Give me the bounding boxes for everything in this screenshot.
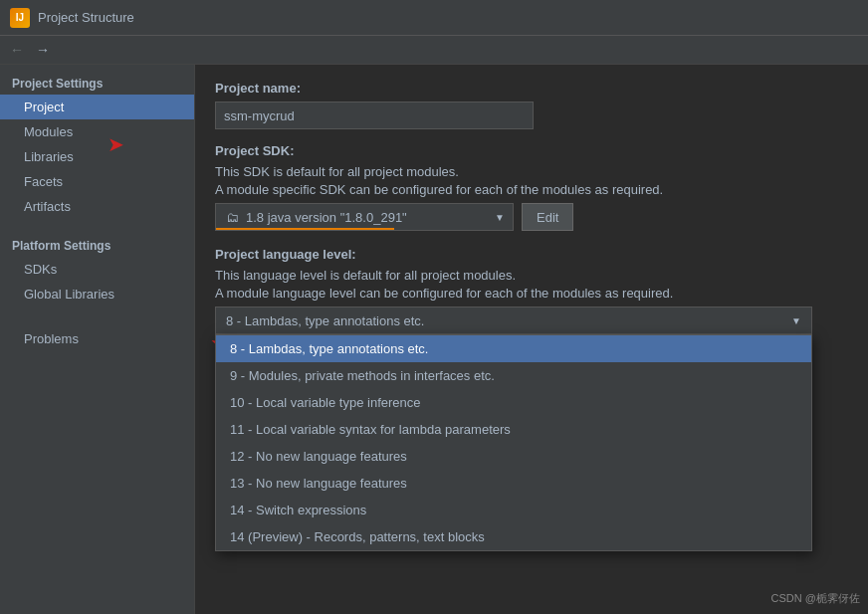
nav-arrows: ← → (0, 36, 868, 65)
lang-dropdown[interactable]: 8 - Lambdas, type annotations etc. ▼ (215, 307, 812, 334)
sidebar-item-artifacts[interactable]: Artifacts (0, 194, 194, 219)
lang-selected-value: 8 - Lambdas, type annotations etc. (226, 313, 424, 328)
sdk-desc-2: A module specific SDK can be configured … (215, 182, 848, 197)
sdk-desc-1: This SDK is default for all project modu… (215, 164, 848, 179)
sdk-value: 1.8 java version "1.8.0_291" (246, 210, 407, 225)
project-lang-label: Project language level: (215, 247, 848, 262)
lang-option-13[interactable]: 13 - No new language features (216, 470, 811, 497)
watermark: CSDN @栀霁伢佐 (771, 591, 860, 606)
sidebar: Project Settings Project Modules Librari… (0, 65, 195, 614)
sdk-row: 🗂 1.8 java version "1.8.0_291" ▼ Edit (215, 203, 848, 231)
lang-option-10[interactable]: 10 - Local variable type inference (216, 389, 811, 416)
sidebar-item-project[interactable]: Project (0, 95, 194, 119)
sidebar-item-modules[interactable]: Modules (0, 119, 194, 144)
window-title: Project Structure (38, 10, 134, 25)
project-name-label: Project name: (215, 81, 848, 96)
sdk-edit-button[interactable]: Edit (522, 203, 573, 231)
lang-option-14[interactable]: 14 - Switch expressions (216, 497, 811, 523)
sidebar-item-problems[interactable]: Problems (0, 326, 194, 351)
sidebar-item-sdks[interactable]: SDKs (0, 257, 194, 282)
lang-desc-2: A module language level can be configure… (215, 286, 848, 301)
lang-dropdown-container: 8 - Lambdas, type annotations etc. ▼ 8 -… (215, 307, 848, 334)
forward-arrow[interactable]: → (32, 40, 54, 60)
lang-option-8[interactable]: 8 - Lambdas, type annotations etc. (216, 335, 811, 362)
sidebar-item-global-libraries[interactable]: Global Libraries (0, 282, 194, 307)
project-settings-label: Project Settings (0, 69, 194, 95)
platform-settings-label: Platform Settings (0, 231, 194, 257)
back-arrow[interactable]: ← (6, 40, 28, 60)
lang-dropdown-popup: 8 - Lambdas, type annotations etc. 9 - M… (215, 334, 812, 551)
title-bar: IJ Project Structure (0, 0, 868, 36)
sidebar-item-facets[interactable]: Facets (0, 169, 194, 194)
lang-option-14-preview[interactable]: 14 (Preview) - Records, patterns, text b… (216, 523, 811, 550)
sdk-dropdown-arrow: ▼ (495, 212, 505, 223)
lang-option-9[interactable]: 9 - Modules, private methods in interfac… (216, 362, 811, 389)
app-logo: IJ (10, 8, 30, 28)
lang-desc-1: This language level is default for all p… (215, 268, 848, 283)
sdk-progress-bar (216, 228, 394, 230)
lang-option-12[interactable]: 12 - No new language features (216, 443, 811, 470)
sdk-folder-icon: 🗂 (224, 209, 240, 225)
sdk-dropdown[interactable]: 🗂 1.8 java version "1.8.0_291" ▼ (215, 203, 514, 231)
right-panel: Project name: Project SDK: This SDK is d… (195, 65, 868, 614)
project-sdk-label: Project SDK: (215, 143, 848, 158)
main-content: Project Settings Project Modules Librari… (0, 65, 868, 614)
lang-dropdown-arrow: ▼ (791, 315, 801, 326)
lang-option-11[interactable]: 11 - Local variable syntax for lambda pa… (216, 416, 811, 443)
project-name-input[interactable] (215, 102, 534, 129)
sidebar-item-libraries[interactable]: Libraries (0, 144, 194, 169)
